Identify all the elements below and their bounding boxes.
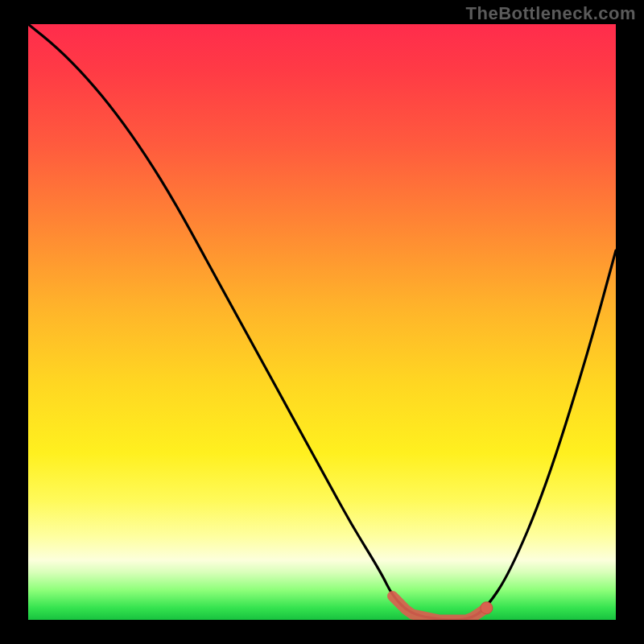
plot-area	[28, 24, 616, 620]
highlight-end-marker	[481, 602, 493, 614]
bottleneck-curve	[28, 24, 616, 620]
watermark-text: TheBottleneck.com	[466, 3, 636, 24]
highlight-path	[393, 596, 487, 620]
chart-frame: TheBottleneck.com	[0, 0, 644, 644]
curve-path	[28, 24, 616, 620]
